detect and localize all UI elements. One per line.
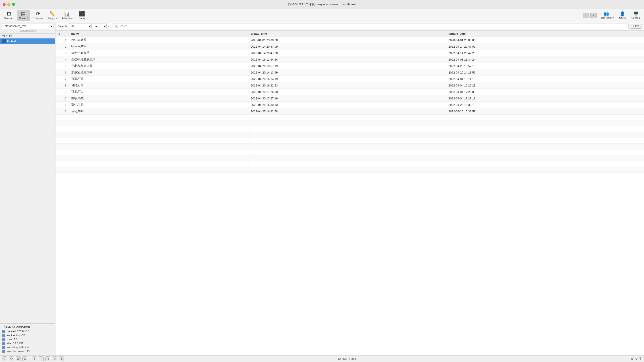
structure-button[interactable]: ⊞ Structure — [2, 10, 16, 21]
insert-row-button[interactable]: + — [32, 357, 37, 361]
table-row[interactable]: 4西红柿,红色的蔬菜2022-04-19 11:34:242022-04-03 … — [56, 56, 644, 63]
table-row[interactable]: 11蒙牛,牛奶2022-04-25 16:30:132022-04-25 16:… — [56, 102, 644, 108]
add-record-button[interactable]: + — [2, 357, 7, 361]
close-button[interactable] — [3, 3, 6, 6]
cell-name: 西红柿,红色的蔬菜 — [69, 56, 248, 63]
triggers-icon: ✏️ — [50, 11, 56, 16]
cell-empty — [446, 138, 644, 144]
triggers-button[interactable]: ✏️ Triggers — [46, 10, 59, 21]
relations-button[interactable]: ⟳ Relations — [31, 10, 46, 21]
cell-update_time: 2022-04-04 17:27:19 — [446, 95, 644, 102]
cell-name: 可口,可乐 — [69, 82, 248, 89]
status-rows-text: 12 rows in table — [66, 357, 629, 361]
info-item: size: 16.0 KiB — [2, 342, 53, 346]
info-item: rows: 12 — [2, 338, 53, 342]
cell-empty — [248, 149, 446, 155]
cell-create_time: 2022-04-20 16:22:23 — [248, 82, 446, 89]
info-item: engine: InnoDB — [2, 334, 53, 338]
info-label: encoding: utf8mb4 — [7, 346, 29, 349]
table-row[interactable]: 6加多宝,红罐凉茶2022-04-20 14:13:592022-04-20 1… — [56, 69, 644, 76]
table-row[interactable]: 5王老吉,红罐凉茶2022-04-20 10:57:192022-04-20 1… — [56, 63, 644, 69]
table-row[interactable]: 8可口,可乐2022-04-20 16:22:232022-04-04 16:2… — [56, 82, 644, 89]
status-settings-icon: ⚙ — [635, 357, 638, 361]
table-info-header: TABLE INFORMATION — [2, 325, 53, 328]
table-row[interactable]: 10数字,高数2022-04-20 17:27:192022-04-04 17:… — [56, 95, 644, 102]
info-item: encoding: utf8mb4 — [2, 346, 53, 350]
filter-toggle-button[interactable]: ≡ — [22, 357, 27, 361]
select-database-label: Select Database — [2, 29, 54, 32]
data-table-header-row: idnamecreate_timeupdate_time — [56, 31, 644, 37]
content-button[interactable]: ▤ Content — [17, 10, 30, 21]
column-header-id[interactable]: id — [56, 31, 69, 37]
data-table-body: 1西红柿,番茄2020-01-01 23:00:002020-04-01 23:… — [56, 37, 644, 173]
export-button[interactable]: ⬆ — [59, 357, 64, 361]
console-label: Console — [632, 16, 640, 19]
users-button[interactable]: 👤 Users — [616, 10, 629, 21]
table-row-empty — [56, 138, 644, 144]
search-options-icon[interactable]: ⋯ — [108, 24, 112, 28]
duplicate-row-button[interactable]: ⊕ — [46, 357, 50, 361]
search-operator-select[interactable]: = != < > LIKE — [93, 23, 107, 29]
relations-icon: ⟳ — [36, 11, 40, 16]
cell-empty — [56, 138, 69, 144]
status-lang-label: 字 — [639, 357, 642, 361]
nav-back-button[interactable]: ‹ — [583, 13, 590, 18]
search-field-select[interactable]: id name create_time update_time — [69, 23, 92, 29]
cell-id: 2 — [56, 43, 69, 50]
refresh-button[interactable]: ↺ — [16, 357, 20, 361]
database-select[interactable]: elasticsearch_test — [2, 23, 54, 29]
cell-empty — [248, 126, 446, 132]
table-row[interactable]: 1西红柿,番茄2020-01-01 23:00:002020-04-01 23:… — [56, 37, 644, 43]
cell-empty — [446, 155, 644, 161]
cell-empty — [446, 161, 644, 167]
search-input[interactable] — [119, 24, 627, 28]
table-row[interactable]: 3双十一,购物节2022-04-14 20:47:202022-04-14 20… — [56, 50, 644, 56]
cell-name: 蒙牛,牛奶 — [69, 102, 248, 108]
content-area: Search: id name create_time update_time … — [56, 22, 644, 355]
cell-empty — [248, 132, 446, 138]
table-history-button[interactable]: 👥 Table History — [598, 10, 616, 21]
cell-id: 4 — [56, 56, 69, 63]
save-row-button[interactable]: ↻ — [52, 357, 57, 361]
table-info-label: Table Info — [62, 17, 73, 19]
cell-create_time: 2022-04-14 20:47:20 — [248, 50, 446, 56]
table-info-button[interactable]: 📊 Table Info — [60, 10, 75, 21]
cell-empty — [69, 167, 248, 173]
table-info-icon: 📊 — [64, 11, 70, 16]
cell-update_time: 2022-04-14 20:47:20 — [446, 50, 644, 56]
table-row[interactable]: 2iphone,苹果2022-04-14 20:47:092022-04-14 … — [56, 43, 644, 50]
minimize-button[interactable] — [8, 3, 10, 6]
nav-forward-button[interactable]: › — [590, 13, 596, 18]
delete-row-button[interactable]: − — [39, 357, 44, 361]
table-row-empty — [56, 126, 644, 132]
query-button[interactable]: ⬛ Query — [75, 10, 88, 21]
table-row[interactable]: 7百事,可乐2022-04-20 16:14:192022-04-04 16:1… — [56, 76, 644, 82]
settings-button[interactable]: ⚙ — [9, 357, 14, 361]
structure-label: Structure — [4, 17, 14, 19]
cell-create_time: 2022-04-20 17:26:08 — [248, 89, 446, 95]
users-label: Users — [619, 16, 626, 19]
cell-name: 王老吉,红罐凉茶 — [69, 63, 248, 69]
column-header-name[interactable]: name — [69, 31, 248, 37]
cell-name: 百事,可口 — [69, 89, 248, 95]
maximize-button[interactable] — [12, 3, 15, 6]
table-row[interactable]: 12伊利,牛奶2022-04-25 16:32:582022-04-25 16:… — [56, 108, 644, 115]
cell-id: 3 — [56, 50, 69, 56]
info-item: created: 2022/4/15 — [2, 329, 53, 334]
structure-icon: ⊞ — [7, 11, 11, 16]
cell-update_time: 2022-04-04 16:14:19 — [446, 76, 644, 82]
console-button[interactable]: 🖥️ Console — [630, 10, 642, 21]
table-row[interactable]: 9百事,可口2022-04-20 17:26:082022-04-04 17:2… — [56, 89, 644, 95]
table-history-label: Table History — [599, 16, 614, 19]
status-encoding-icon: 🔊 — [630, 357, 634, 361]
table-item[interactable]: tb_test — [0, 38, 55, 44]
cell-empty — [248, 144, 446, 149]
column-header-update_time[interactable]: update_time — [446, 31, 644, 37]
cell-empty — [446, 144, 644, 149]
tables-section: TABLES tb_test — [0, 33, 55, 323]
cell-id: 10 — [56, 95, 69, 102]
column-header-create_time[interactable]: create_time — [248, 31, 446, 37]
status-right: 🔊 ⚙ 字 — [630, 357, 642, 361]
filter-button[interactable]: Filter — [630, 24, 642, 28]
data-table-wrap: idnamecreate_timeupdate_time 1西红柿,番茄2020… — [56, 31, 644, 355]
